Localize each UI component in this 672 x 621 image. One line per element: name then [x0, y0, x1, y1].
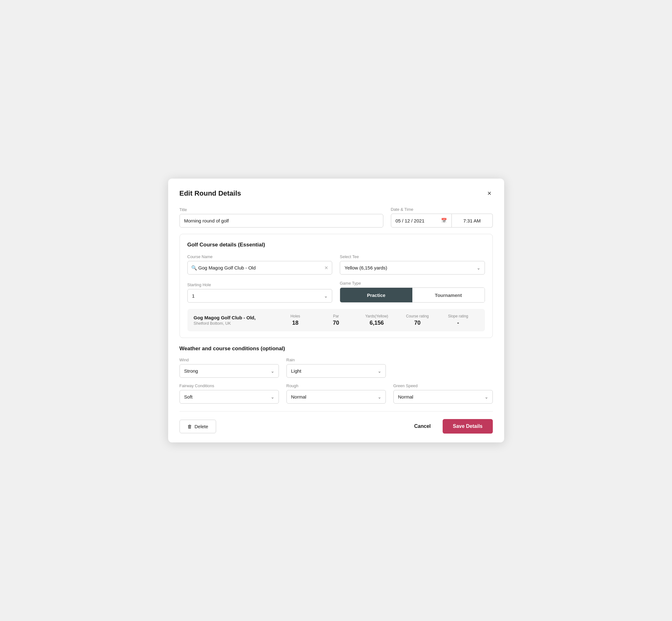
- delete-button[interactable]: 🗑 Delete: [179, 420, 216, 433]
- course-tee-row: Course Name 🔍 ✕ Select Tee Yellow (6,156…: [187, 254, 485, 275]
- course-info-row: Gog Magog Golf Club - Old, Shelford Bott…: [187, 309, 485, 331]
- conditions-row: Fairway Conditions Soft Normal Hard Wet …: [179, 383, 493, 404]
- course-info-name: Gog Magog Golf Club - Old, Shelford Bott…: [194, 315, 275, 326]
- slope-rating-value: -: [457, 320, 459, 326]
- golf-course-section: Golf Course details (Essential) Course N…: [179, 234, 493, 338]
- clear-course-icon[interactable]: ✕: [324, 265, 328, 271]
- title-input[interactable]: [179, 214, 383, 227]
- course-search-wrap: 🔍 ✕: [187, 261, 333, 275]
- fairway-group: Fairway Conditions Soft Normal Hard Wet …: [179, 383, 279, 404]
- weather-section-title: Weather and course conditions (optional): [179, 345, 493, 352]
- practice-button[interactable]: Practice: [340, 288, 412, 302]
- par-label: Par: [333, 314, 339, 318]
- select-tee-label: Select Tee: [340, 254, 485, 259]
- yards-value: 6,156: [370, 320, 384, 326]
- course-rating-stat: Course rating 70: [397, 314, 438, 326]
- par-value: 70: [333, 320, 339, 326]
- game-type-label: Game Type: [340, 281, 485, 286]
- select-tee-group: Select Tee Yellow (6,156 yards) White Re…: [340, 254, 485, 275]
- wind-rain-row: Wind Calm Light Moderate Strong Very Str…: [179, 358, 493, 378]
- wind-label: Wind: [179, 358, 279, 362]
- calendar-icon: 📅: [441, 218, 447, 223]
- weather-section: Weather and course conditions (optional)…: [179, 345, 493, 404]
- footer-right: Cancel Save Details: [409, 419, 493, 433]
- wind-wrap: Calm Light Moderate Strong Very Strong ⌄: [179, 364, 279, 378]
- course-name-group: Course Name 🔍 ✕: [187, 254, 333, 275]
- select-tee-dropdown[interactable]: Yellow (6,156 yards) White Red Blue: [340, 261, 485, 275]
- save-button[interactable]: Save Details: [443, 419, 493, 433]
- search-icon: 🔍: [191, 265, 197, 271]
- select-tee-wrap: Yellow (6,156 yards) White Red Blue ⌄: [340, 261, 485, 275]
- course-rating-label: Course rating: [406, 314, 429, 318]
- fairway-wrap: Soft Normal Hard Wet ⌄: [179, 390, 279, 404]
- rain-label: Rain: [287, 358, 386, 362]
- trash-icon: 🗑: [187, 424, 192, 429]
- green-speed-group: Green Speed Slow Normal Fast Very Fast ⌄: [393, 383, 493, 404]
- starting-hole-group: Starting Hole 1 2 3 4 5 ⌄: [187, 282, 333, 303]
- cancel-button[interactable]: Cancel: [409, 420, 436, 433]
- rough-wrap: Short Normal Long Very Long ⌄: [287, 390, 386, 404]
- close-button[interactable]: ×: [486, 189, 493, 198]
- holes-stat: Holes 18: [275, 314, 316, 326]
- green-speed-dropdown[interactable]: Slow Normal Fast Very Fast: [393, 390, 493, 404]
- delete-label: Delete: [195, 424, 208, 429]
- wind-group: Wind Calm Light Moderate Strong Very Str…: [179, 358, 279, 378]
- wind-dropdown[interactable]: Calm Light Moderate Strong Very Strong: [179, 364, 279, 378]
- datetime-label: Date & Time: [391, 207, 493, 212]
- rain-wrap: None Light Moderate Heavy ⌄: [287, 364, 386, 378]
- game-type-group: Game Type Practice Tournament: [340, 281, 485, 303]
- rough-label: Rough: [287, 383, 386, 388]
- time-value: 7:31 AM: [463, 218, 480, 223]
- course-info-location: Shelford Bottom, UK: [194, 321, 275, 326]
- rough-group: Rough Short Normal Long Very Long ⌄: [287, 383, 386, 404]
- course-info-name-text: Gog Magog Golf Club - Old,: [194, 315, 275, 320]
- modal-header: Edit Round Details ×: [179, 189, 493, 198]
- date-value: 05 / 12 / 2021: [395, 218, 425, 223]
- slope-rating-stat: Slope rating -: [438, 314, 478, 326]
- title-group: Title: [179, 207, 383, 227]
- fairway-label: Fairway Conditions: [179, 383, 279, 388]
- slope-rating-label: Slope rating: [448, 314, 468, 318]
- yards-stat: Yards(Yellow) 6,156: [356, 314, 397, 326]
- holes-value: 18: [292, 320, 298, 326]
- fairway-dropdown[interactable]: Soft Normal Hard Wet: [179, 390, 279, 404]
- course-rating-value: 70: [414, 320, 421, 326]
- par-stat: Par 70: [316, 314, 356, 326]
- rain-group: Rain None Light Moderate Heavy ⌄: [287, 358, 386, 378]
- course-name-input[interactable]: [187, 261, 333, 275]
- footer-row: 🗑 Delete Cancel Save Details: [179, 419, 493, 433]
- yards-label: Yards(Yellow): [365, 314, 388, 318]
- game-type-toggle: Practice Tournament: [340, 287, 485, 303]
- time-field[interactable]: 7:31 AM: [452, 214, 493, 227]
- date-time-group: 05 / 12 / 2021 📅 7:31 AM: [391, 214, 493, 227]
- starting-hole-label: Starting Hole: [187, 282, 333, 287]
- green-speed-wrap: Slow Normal Fast Very Fast ⌄: [393, 390, 493, 404]
- golf-course-section-title: Golf Course details (Essential): [187, 242, 485, 248]
- green-speed-label: Green Speed: [393, 383, 493, 388]
- tournament-button[interactable]: Tournament: [412, 288, 485, 302]
- date-field[interactable]: 05 / 12 / 2021 📅: [391, 214, 452, 227]
- starting-hole-wrap: 1 2 3 4 5 ⌄: [187, 289, 333, 303]
- hole-gametype-row: Starting Hole 1 2 3 4 5 ⌄ Game Type Prac…: [187, 281, 485, 303]
- title-label: Title: [179, 207, 383, 212]
- title-datetime-row: Title Date & Time 05 / 12 / 2021 📅 7:31 …: [179, 207, 493, 227]
- starting-hole-dropdown[interactable]: 1 2 3 4 5: [187, 289, 333, 303]
- datetime-group: Date & Time 05 / 12 / 2021 📅 7:31 AM: [391, 207, 493, 227]
- rain-dropdown[interactable]: None Light Moderate Heavy: [287, 364, 386, 378]
- edit-round-modal: Edit Round Details × Title Date & Time 0…: [168, 178, 504, 443]
- holes-label: Holes: [291, 314, 300, 318]
- rough-dropdown[interactable]: Short Normal Long Very Long: [287, 390, 386, 404]
- course-name-label: Course Name: [187, 254, 333, 259]
- modal-title: Edit Round Details: [179, 189, 241, 198]
